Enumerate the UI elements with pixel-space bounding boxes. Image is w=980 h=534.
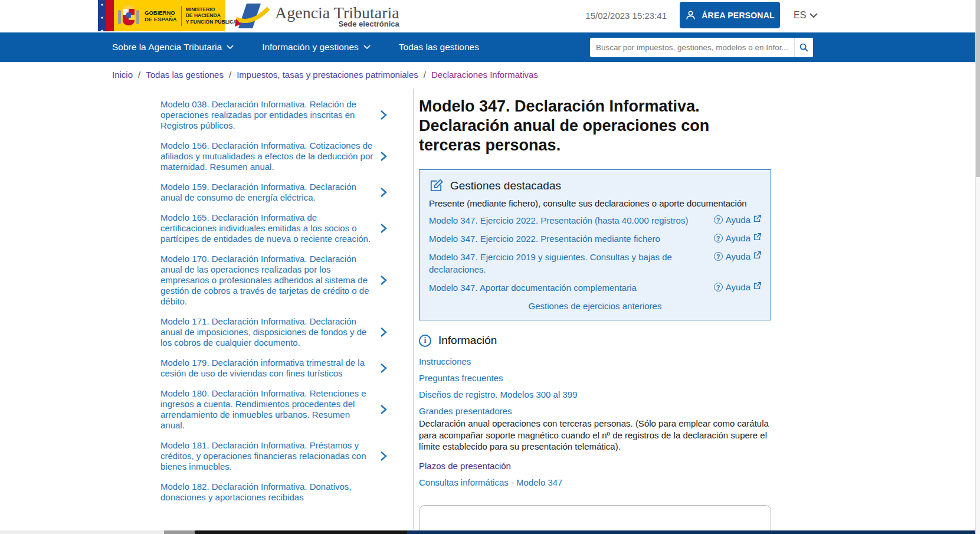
partial-card [419,505,771,534]
sidebar-item-modelo-181[interactable]: Modelo 181. Declaración Informativa. Pré… [160,440,398,472]
datetime: 15/02/2023 15:23:41 [585,11,667,21]
area-personal-label: ÁREA PERSONAL [702,11,774,20]
info-link-plazos-presentacion[interactable]: Plazos de presentación [419,461,511,471]
external-link-icon [753,233,761,241]
featured-row: Modelo 347. Ejercicio 2022. Presentación… [429,214,761,227]
chevron-down-icon [809,13,818,18]
agencia-swoosh-icon [235,2,270,30]
scrollbar-thumb[interactable] [976,0,980,177]
info-link-grandes-presentadores[interactable]: Grandes presentadores [419,406,512,416]
chevron-right-icon [380,223,387,234]
coat-of-arms-icon [117,3,140,29]
page-title: Modelo 347. Declaración Informativa. Dec… [419,97,740,155]
featured-subtitle: Presente (mediante fichero), consulte su… [429,198,761,208]
sidebar: Modelo 038. Declaración Informativa. Rel… [160,99,398,512]
info-link-disenos-registro[interactable]: Diseños de registro. Modelos 300 al 399 [419,389,578,399]
featured-row: Modelo 347. Aportar documentación comple… [429,281,761,294]
sidebar-item-modelo-171[interactable]: Modelo 171. Declaración Informativa. Dec… [160,316,398,348]
breadcrumb-declaraciones-informativas[interactable]: Declaraciones Informativas [431,70,538,80]
ministerio-text: MINISTERIO DE HACIENDA Y FUNCIÓN PÚBLICA [186,6,237,25]
question-circle-icon [714,283,723,291]
chevron-right-icon [380,110,387,120]
user-icon [685,9,696,21]
logo-divider [181,6,182,26]
featured-link-presentacion-fichero[interactable]: Modelo 347. Ejercicio 2022. Presentación… [429,232,689,245]
edit-icon [429,178,444,193]
header: GOBIERNO DE ESPAÑA MINISTERIO DE HACIEND… [0,0,980,32]
gobierno-logo[interactable]: GOBIERNO DE ESPAÑA MINISTERIO DE HACIEND… [98,0,225,31]
info-section: Información Instrucciones Preguntas frec… [419,334,771,487]
language-label: ES [794,10,806,21]
chevron-right-icon [380,404,387,415]
help-link[interactable]: Ayuda [714,282,761,294]
featured-panel: Gestiones destacadas Presente (mediante … [419,169,771,320]
sidebar-item-modelo-179[interactable]: Modelo 179. Declaración informativa trim… [160,358,398,379]
featured-link-consultas-bajas[interactable]: Modelo 347. Ejercicio 2019 y siguientes.… [429,251,689,276]
help-link[interactable]: Ayuda [714,215,761,227]
previous-years-link[interactable]: Gestiones de ejercicios anteriores [529,301,662,311]
featured-link-documentacion-complementaria[interactable]: Modelo 347. Aportar documentación comple… [429,281,689,294]
language-selector[interactable]: ES [794,10,818,21]
chevron-right-icon [380,187,387,198]
help-link[interactable]: Ayuda [714,251,761,276]
chevron-right-icon [380,327,387,338]
chevron-down-icon [227,45,234,50]
featured-row: Modelo 347. Ejercicio 2019 y siguientes.… [429,251,761,276]
featured-row: Modelo 347. Ejercicio 2022. Presentación… [429,232,761,245]
sidebar-item-modelo-156[interactable]: Modelo 156. Declaración Informativa. Cot… [160,140,398,172]
external-link-icon [753,282,761,290]
featured-link-presentacion-40000[interactable]: Modelo 347. Ejercicio 2022. Presentación… [429,214,689,227]
magnifier-icon [799,42,809,53]
search-input[interactable] [590,43,794,52]
chevron-right-icon [380,275,387,286]
chevron-right-icon [380,151,387,162]
search-box [590,38,813,57]
featured-title: Gestiones destacadas [450,179,561,192]
info-link-instrucciones[interactable]: Instrucciones [419,356,471,366]
main-content: Modelo 347. Declaración Informativa. Dec… [419,89,771,534]
external-link-icon [753,251,761,259]
info-paragraph: Declaración anual operaciones con tercer… [419,418,773,453]
info-icon [419,335,431,347]
info-title: Información [438,334,497,347]
main-nav: Sobre la Agencia Tributaria Información … [0,32,980,62]
info-link-consultas-informaticas[interactable]: Consultas informáticas - Modelo 347 [419,477,562,487]
sidebar-item-modelo-165[interactable]: Modelo 165. Declaración Informativa de c… [160,212,398,244]
sidebar-item-modelo-182[interactable]: Modelo 182. Declaración Informativa. Don… [160,481,398,503]
question-circle-icon [714,215,723,224]
sidebar-item-modelo-038[interactable]: Modelo 038. Declaración Informativa. Rel… [160,99,398,131]
breadcrumb-todas-las-gestiones[interactable]: Todas las gestiones [146,70,224,80]
external-link-icon [753,215,761,222]
bottom-strip [0,530,980,534]
sidebar-item-modelo-159[interactable]: Modelo 159. Declaración Informativa. Dec… [160,182,398,203]
sidebar-item-modelo-170[interactable]: Modelo 170. Declaración Informativa. Dec… [160,254,398,307]
chevron-down-icon [363,45,371,50]
content-divider [413,89,414,529]
nav-item-informacion[interactable]: Información y gestiones [262,42,371,53]
brand-tagline: Sede electrónica [338,19,399,28]
nav-item-sobre[interactable]: Sobre la Agencia Tributaria [112,42,234,53]
breadcrumb-impuestos[interactable]: Impuestos, tasas y prestaciones patrimon… [237,70,418,80]
breadcrumb: Inicio / Todas las gestiones / Impuestos… [112,62,538,87]
chevron-right-icon [380,363,387,374]
area-personal-button[interactable]: ÁREA PERSONAL [680,2,780,28]
info-link-preguntas-frecuentes[interactable]: Preguntas frecuentes [419,373,503,383]
spain-flag-icon [98,0,114,31]
help-link[interactable]: Ayuda [714,233,761,245]
chevron-right-icon [380,451,387,461]
search-button[interactable] [794,38,813,57]
page: GOBIERNO DE ESPAÑA MINISTERIO DE HACIEND… [0,0,980,534]
breadcrumb-inicio[interactable]: Inicio [112,70,133,80]
nav-item-todas[interactable]: Todas las gestiones [399,42,479,53]
question-circle-icon [714,252,723,261]
gobierno-text: GOBIERNO DE ESPAÑA [145,9,177,22]
question-circle-icon [714,234,723,243]
sidebar-item-modelo-180[interactable]: Modelo 180. Declaración Informativa. Ret… [160,388,398,431]
agencia-tributaria-logo[interactable]: Agencia Tributaria Sede electrónica [235,2,399,30]
vertical-scrollbar[interactable] [975,0,980,534]
